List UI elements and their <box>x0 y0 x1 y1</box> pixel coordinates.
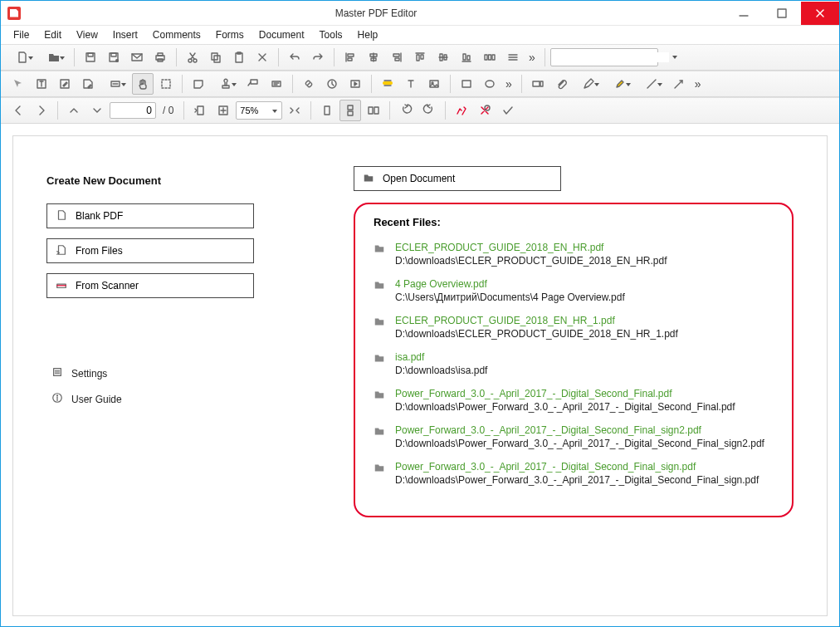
pencil-tool-button[interactable] <box>574 73 603 95</box>
recent-file-item[interactable]: Power_Forward_3.0_-_April_2017_-_Digital… <box>374 461 774 486</box>
align-center-h-button[interactable] <box>363 47 384 68</box>
blank-pdf-label: Blank PDF <box>76 210 123 222</box>
select-tool-button[interactable] <box>7 73 29 95</box>
recent-file-name: Power_Forward_3.0_-_April_2017_-_Digital… <box>395 424 764 436</box>
open-document-button[interactable]: Open Document <box>354 166 561 191</box>
menu-document[interactable]: Document <box>252 27 312 42</box>
textbox-button[interactable] <box>266 73 287 95</box>
maximize-button[interactable] <box>763 2 801 25</box>
recent-file-name: 4 Page Overview.pdf <box>395 278 625 290</box>
print-button[interactable] <box>149 47 171 68</box>
page-number-input[interactable] <box>110 102 156 119</box>
align-right-button[interactable] <box>386 47 408 68</box>
align-bottom-button[interactable] <box>456 47 477 68</box>
insert-text-button[interactable] <box>400 73 422 95</box>
copy-button[interactable] <box>205 47 227 68</box>
save-as-button[interactable] <box>103 47 125 68</box>
hand-tool-button[interactable] <box>132 73 154 95</box>
blank-pdf-button[interactable]: Blank PDF <box>46 203 254 228</box>
arrow-tool-button[interactable] <box>668 73 690 95</box>
stamp-button[interactable] <box>211 73 241 95</box>
search-box[interactable] <box>550 48 658 66</box>
line-tool-button[interactable] <box>637 73 667 95</box>
menu-forms[interactable]: Forms <box>208 27 252 42</box>
facing-button[interactable] <box>363 100 384 121</box>
form-text-field-button[interactable] <box>527 73 549 95</box>
from-scanner-button[interactable]: From Scanner <box>46 273 254 298</box>
attachment-button[interactable] <box>321 73 343 95</box>
email-button[interactable] <box>126 47 148 68</box>
search-input[interactable] <box>554 52 669 62</box>
checkmark-button[interactable] <box>497 100 519 121</box>
cut-button[interactable] <box>182 47 203 68</box>
menu-view[interactable]: View <box>69 27 105 42</box>
close-button[interactable] <box>801 2 839 25</box>
rotate-left-button[interactable] <box>395 100 417 121</box>
menu-comments[interactable]: Comments <box>145 27 208 42</box>
menu-tools[interactable]: Tools <box>312 27 350 42</box>
align-more-button[interactable] <box>502 47 524 68</box>
prev-page-button[interactable] <box>7 100 29 121</box>
ellipse-button[interactable] <box>479 73 501 95</box>
paperclip-icon[interactable] <box>550 73 572 95</box>
align-left-button[interactable] <box>339 47 361 68</box>
save-button[interactable] <box>80 47 101 68</box>
rectangle-button[interactable] <box>456 73 477 95</box>
continuous-button[interactable] <box>339 100 361 121</box>
settings-link[interactable]: Settings <box>46 366 295 380</box>
link-button[interactable] <box>298 73 320 95</box>
callout-button[interactable] <box>242 73 264 95</box>
next-page-button[interactable] <box>31 100 52 121</box>
edit-text-button[interactable] <box>31 73 52 95</box>
new-document-button[interactable] <box>7 47 37 68</box>
edit-document-button[interactable] <box>54 73 76 95</box>
menubar: File Edit View Insert Comments Forms Doc… <box>1 26 839 44</box>
svg-rect-53 <box>162 80 170 88</box>
recent-file-item[interactable]: ECLER_PRODUCT_GUIDE_2018_EN_HR_1.pdfD:\d… <box>374 315 774 340</box>
select-text-button[interactable] <box>100 73 130 95</box>
snapshot-button[interactable] <box>155 73 177 95</box>
recent-file-item[interactable]: ECLER_PRODUCT_GUIDE_2018_EN_HR.pdfD:\dow… <box>374 242 774 267</box>
menu-help[interactable]: Help <box>350 27 386 42</box>
fit-width-button[interactable] <box>284 100 305 121</box>
sticky-note-button[interactable] <box>188 73 209 95</box>
toolbar-overflow[interactable]: » <box>502 77 516 91</box>
minimize-button[interactable] <box>725 2 763 25</box>
undo-button[interactable] <box>284 47 305 68</box>
video-button[interactable] <box>344 73 366 95</box>
next-view-button[interactable] <box>86 100 108 121</box>
initial-check-button[interactable] <box>451 100 472 121</box>
toolbar-overflow[interactable]: » <box>525 51 540 64</box>
paste-button[interactable] <box>228 47 250 68</box>
initial-cross-button[interactable] <box>474 100 496 121</box>
menu-insert[interactable]: Insert <box>105 27 145 42</box>
single-page-button[interactable] <box>316 100 338 121</box>
edit-forms-button[interactable] <box>77 73 99 95</box>
prev-view-button[interactable] <box>63 100 85 121</box>
recent-file-name: Power_Forward_3.0_-_April_2017_-_Digital… <box>395 388 735 399</box>
toolbar-overflow[interactable]: » <box>691 77 706 91</box>
insert-image-button[interactable] <box>423 73 445 95</box>
open-document-button[interactable] <box>39 47 69 68</box>
user-guide-link[interactable]: User Guide <box>46 392 295 406</box>
menu-file[interactable]: File <box>6 27 37 42</box>
distribute-button[interactable] <box>479 47 501 68</box>
redo-button[interactable] <box>307 47 329 68</box>
actual-size-button[interactable] <box>189 100 211 121</box>
align-top-button[interactable] <box>409 47 431 68</box>
highlighter-tool-button[interactable] <box>605 73 635 95</box>
align-center-v-button[interactable] <box>432 47 454 68</box>
recent-file-item[interactable]: Power_Forward_3.0_-_April_2017_-_Digital… <box>374 388 774 413</box>
highlight-text-button[interactable] <box>377 73 398 95</box>
delete-button[interactable] <box>252 47 273 68</box>
recent-file-item[interactable]: Power_Forward_3.0_-_April_2017_-_Digital… <box>374 424 774 449</box>
rotate-right-button[interactable] <box>418 100 440 121</box>
from-files-button[interactable]: From Files <box>46 238 254 263</box>
recent-file-item[interactable]: isa.pdfD:\downloads\isa.pdf <box>374 351 774 376</box>
fit-page-button[interactable] <box>212 100 234 121</box>
zoom-select[interactable]: 75% <box>236 101 282 120</box>
recent-file-item[interactable]: 4 Page Overview.pdfC:\Users\Дмитрий\Docu… <box>374 278 774 303</box>
chevron-down-icon[interactable] <box>672 56 677 59</box>
menu-edit[interactable]: Edit <box>37 27 69 42</box>
folder-icon <box>374 352 385 376</box>
